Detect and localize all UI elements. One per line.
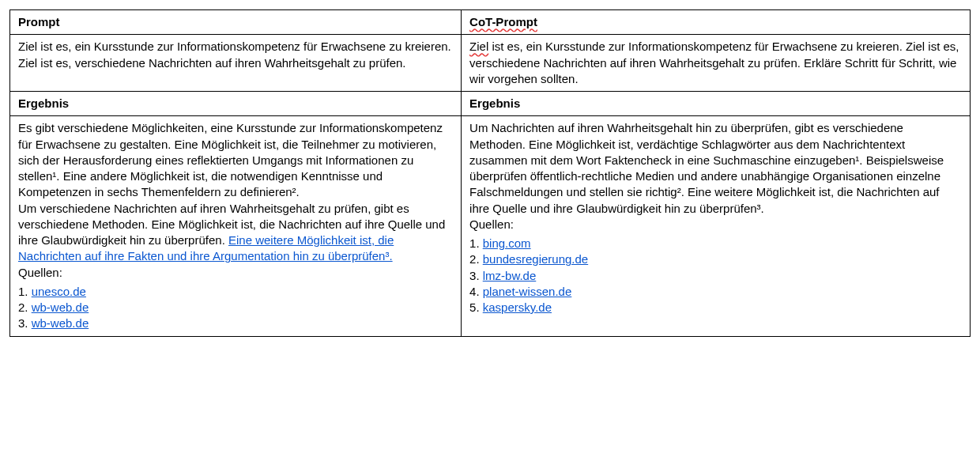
quellen-label-right: Quellen: bbox=[469, 217, 962, 232]
source-link[interactable]: planet-wissen.de bbox=[483, 285, 572, 298]
source-item: 4. planet-wissen.de bbox=[469, 284, 962, 300]
prompt-text: Ziel ist es, ein Kursstunde zur Informat… bbox=[18, 39, 453, 71]
result-left-para1: Es gibt verschiedene Möglichkeiten, eine… bbox=[18, 120, 453, 200]
table-row: Ergebnis Ergebnis bbox=[10, 92, 971, 116]
source-item: 3. wb-web.de bbox=[18, 316, 453, 331]
result-right-para1: Um Nachrichten auf ihren Wahrheitsgehalt… bbox=[469, 120, 962, 217]
source-item: 1. bing.com bbox=[469, 236, 962, 251]
source-number: 1. bbox=[469, 236, 483, 250]
table-row: Ziel ist es, ein Kursstunde zur Informat… bbox=[10, 35, 971, 92]
quellen-label-left: Quellen: bbox=[18, 265, 453, 281]
cot-prompt-cell: Ziel ist es, ein Kursstunde zur Informat… bbox=[462, 35, 971, 92]
source-link[interactable]: unesco.de bbox=[32, 285, 86, 298]
table-row: Es gibt verschiedene Möglichkeiten, eine… bbox=[10, 116, 971, 336]
source-number: 2. bbox=[469, 252, 483, 266]
header-ergebnis-left: Ergebnis bbox=[10, 92, 462, 116]
source-number: 5. bbox=[469, 300, 483, 314]
prompt-cell: Ziel ist es, ein Kursstunde zur Informat… bbox=[10, 35, 462, 92]
source-link[interactable]: wb-web.de bbox=[32, 316, 89, 330]
cot-prompt-squiggle: Ziel bbox=[469, 40, 488, 53]
header-prompt: Prompt bbox=[10, 10, 462, 35]
comparison-table: Prompt CoT-Prompt Ziel ist es, ein Kurss… bbox=[9, 9, 971, 337]
sources-right: 1. bing.com2. bundesregierung.de3. lmz-b… bbox=[469, 236, 962, 316]
header-ergebnis-right: Ergebnis bbox=[462, 92, 971, 116]
source-number: 2. bbox=[18, 300, 32, 314]
cot-prompt-text: Ziel ist es, ein Kursstunde zur Informat… bbox=[469, 39, 962, 87]
source-link[interactable]: bing.com bbox=[483, 236, 531, 250]
sources-left: 1. unesco.de2. wb-web.de3. wb-web.de bbox=[18, 284, 453, 332]
source-number: 3. bbox=[18, 316, 32, 330]
source-link[interactable]: bundesregierung.de bbox=[483, 252, 588, 266]
source-item: 3. lmz-bw.de bbox=[469, 268, 962, 284]
cot-label-squiggle: CoT-Prompt bbox=[469, 15, 537, 28]
source-link[interactable]: kaspersky.de bbox=[483, 300, 552, 314]
source-item: 5. kaspersky.de bbox=[469, 300, 962, 316]
source-item: 1. unesco.de bbox=[18, 284, 453, 300]
result-right-cell: Um Nachrichten auf ihren Wahrheitsgehalt… bbox=[462, 116, 971, 336]
cot-prompt-rest: ist es, ein Kursstunde zur Informationsk… bbox=[469, 40, 959, 85]
source-number: 4. bbox=[469, 285, 483, 298]
result-left-cell: Es gibt verschiedene Möglichkeiten, eine… bbox=[10, 116, 462, 336]
source-number: 3. bbox=[469, 269, 483, 282]
source-item: 2. bundesregierung.de bbox=[469, 251, 962, 267]
result-left-para2: Um verschiedene Nachrichten auf ihren Wa… bbox=[18, 201, 453, 265]
header-cot-prompt: CoT-Prompt bbox=[462, 10, 971, 35]
table-row: Prompt CoT-Prompt bbox=[10, 10, 971, 35]
source-number: 1. bbox=[18, 285, 32, 298]
source-link[interactable]: lmz-bw.de bbox=[483, 269, 537, 282]
source-item: 2. wb-web.de bbox=[18, 300, 453, 316]
source-link[interactable]: wb-web.de bbox=[32, 300, 89, 314]
